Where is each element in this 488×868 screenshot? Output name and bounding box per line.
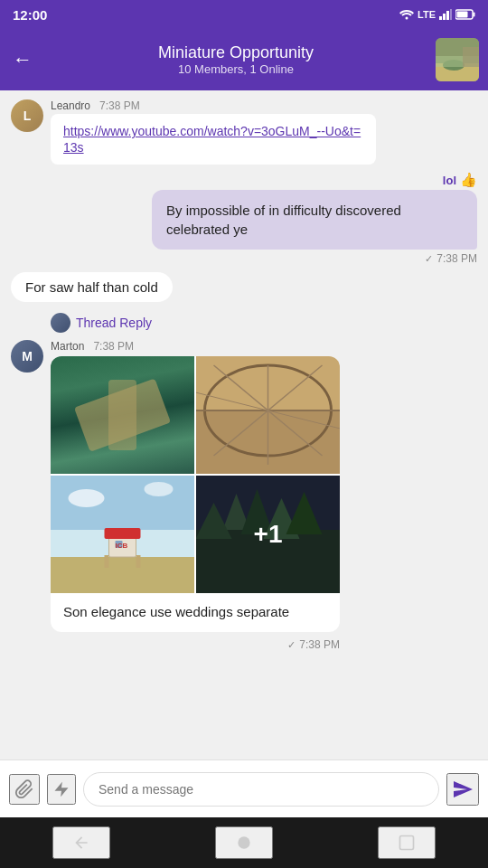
svg-rect-12: [463, 47, 479, 67]
message-input[interactable]: [83, 772, 439, 807]
input-bar: [0, 760, 488, 817]
svg-point-25: [145, 482, 174, 496]
header-info: Miniature Opportunity 10 Members, 1 Onli…: [43, 43, 428, 76]
plus-one-overlay: +1: [254, 520, 283, 549]
svg-marker-39: [55, 781, 69, 797]
wifi-icon: [399, 9, 414, 20]
avatar-marton: M: [11, 340, 43, 373]
status-icons: LTE: [399, 9, 475, 20]
marton-check-icon: ✓: [287, 639, 296, 651]
thread-reply-row[interactable]: Thread Reply: [51, 313, 477, 333]
chat-area: L Leandro 7:38 PM https://www.youtube.co…: [0, 90, 488, 760]
img-metal-structure[interactable]: [196, 356, 340, 474]
lightning-icon: [52, 779, 70, 799]
svg-rect-4: [450, 9, 452, 20]
marton-msg-time: 7:38 PM: [93, 340, 134, 353]
attachment-button[interactable]: [9, 774, 40, 805]
thread-reply-label[interactable]: Thread Reply: [76, 316, 152, 330]
nav-back-icon: [72, 834, 90, 852]
outgoing-bubble-1: By impossible of in difficulty discovere…: [152, 190, 477, 250]
image-grid-bubble[interactable]: ICB: [51, 356, 340, 632]
svg-rect-6: [474, 13, 475, 17]
nav-bar: [0, 817, 488, 868]
lte-icon: LTE: [418, 9, 436, 20]
message-leandro-link: L Leandro 7:38 PM https://www.youtube.co…: [11, 99, 477, 165]
svg-point-0: [406, 17, 408, 20]
marton-sender-name: Marton: [51, 340, 84, 353]
outgoing-time-1: ✓ 7:38 PM: [425, 252, 477, 265]
image-grid: ICB: [51, 356, 340, 593]
message-marton-media: M Marton 7:38 PM: [11, 340, 477, 651]
chat-subtitle: 10 Members, 1 Online: [43, 62, 428, 76]
chat-header: ← Miniature Opportunity 10 Members, 1 On…: [0, 29, 488, 90]
link-bubble[interactable]: https://www.youtube.com/watch?v=3oGLuM_-…: [51, 114, 376, 165]
reaction-thumb[interactable]: 👍: [460, 172, 477, 188]
svg-point-40: [238, 836, 249, 848]
nav-home-button[interactable]: [215, 826, 273, 859]
status-time: 12:00: [13, 7, 47, 23]
short-bubble: For saw half than cold: [11, 272, 173, 302]
svg-text:ICB: ICB: [116, 542, 128, 550]
leandro-sender-time: Leandro 7:38 PM: [51, 99, 376, 112]
signal-icon: [439, 9, 452, 20]
send-icon: [452, 778, 474, 800]
short-bubble-text: For saw half than cold: [25, 279, 158, 295]
beach-svg: ICB: [51, 476, 194, 593]
nav-home-icon: [235, 834, 253, 852]
status-bar: 12:00 LTE: [0, 0, 488, 29]
read-check-icon: ✓: [425, 253, 433, 265]
nav-recents-icon: [398, 834, 416, 852]
nav-recents-button[interactable]: [378, 826, 436, 859]
leandro-sender-name: Leandro: [51, 99, 90, 112]
svg-rect-29: [136, 555, 141, 568]
reaction-lol[interactable]: lol: [443, 174, 456, 187]
youtube-link[interactable]: https://www.youtube.com/watch?v=3oGLuM_-…: [63, 124, 361, 155]
marton-msg-content: Marton 7:38 PM: [51, 340, 340, 651]
svg-rect-27: [105, 528, 141, 539]
avatar-leandro: L: [11, 99, 43, 132]
thread-reply-avatar: [51, 313, 70, 333]
battery-icon: [455, 9, 475, 20]
svg-rect-41: [400, 836, 414, 850]
img-forest-overlay[interactable]: +1: [196, 476, 340, 593]
outgoing-time-label-1: 7:38 PM: [436, 252, 477, 265]
marton-msg-time-row: ✓ 7:38 PM: [287, 638, 340, 651]
reactions-row: lol 👍: [443, 172, 477, 188]
svg-point-24: [69, 489, 105, 507]
media-caption: Son elegance use weddings separate: [51, 593, 340, 632]
lightning-button[interactable]: [47, 774, 76, 805]
leandro-msg-content: Leandro 7:38 PM https://www.youtube.com/…: [51, 99, 376, 165]
message-outgoing-1: lol 👍 By impossible of in difficulty dis…: [11, 172, 477, 265]
svg-rect-3: [446, 11, 449, 20]
img-lifeguard-beach[interactable]: ICB: [51, 476, 194, 593]
svg-rect-7: [457, 12, 468, 18]
img-aerial-roads[interactable]: [51, 356, 194, 474]
group-avatar-image: [436, 38, 479, 81]
svg-rect-23: [51, 557, 194, 593]
back-button[interactable]: ←: [9, 44, 36, 75]
short-message-row: For saw half than cold: [11, 272, 477, 306]
chat-title: Miniature Opportunity: [43, 43, 428, 62]
marton-sender-time: Marton 7:38 PM: [51, 340, 340, 353]
svg-rect-1: [439, 16, 442, 20]
svg-rect-2: [443, 14, 446, 20]
caption-text: Son elegance use weddings separate: [63, 604, 289, 619]
send-button[interactable]: [446, 773, 479, 806]
avatar-svg: [436, 38, 479, 81]
structure-svg: [196, 356, 340, 474]
outgoing-text-1: By impossible of in difficulty discovere…: [166, 203, 401, 237]
attachment-icon: [14, 779, 34, 799]
leandro-msg-time: 7:38 PM: [99, 99, 140, 112]
svg-rect-28: [105, 555, 109, 568]
nav-back-button[interactable]: [52, 826, 110, 859]
marton-time-label: 7:38 PM: [299, 638, 340, 651]
group-avatar[interactable]: [436, 38, 479, 81]
